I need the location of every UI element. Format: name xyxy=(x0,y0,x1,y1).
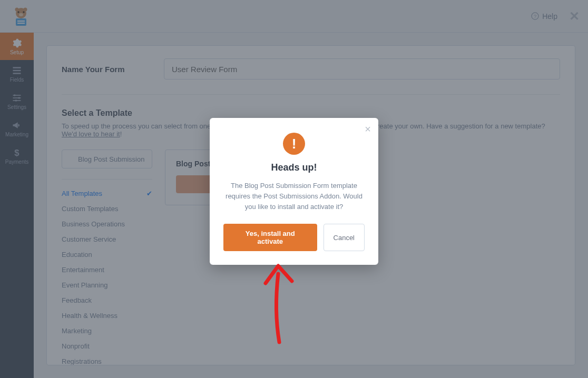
install-addon-modal: × ! Heads up! The Blog Post Submission F… xyxy=(210,118,378,265)
cancel-button[interactable]: Cancel xyxy=(324,224,365,251)
exclamation-icon: ! xyxy=(283,133,305,155)
install-activate-button[interactable]: Yes, install and activate xyxy=(223,224,317,251)
modal-close-button[interactable]: × xyxy=(365,123,371,135)
modal-title: Heads up! xyxy=(223,162,365,173)
modal-text: The Blog Post Submission Form template r… xyxy=(223,181,365,212)
